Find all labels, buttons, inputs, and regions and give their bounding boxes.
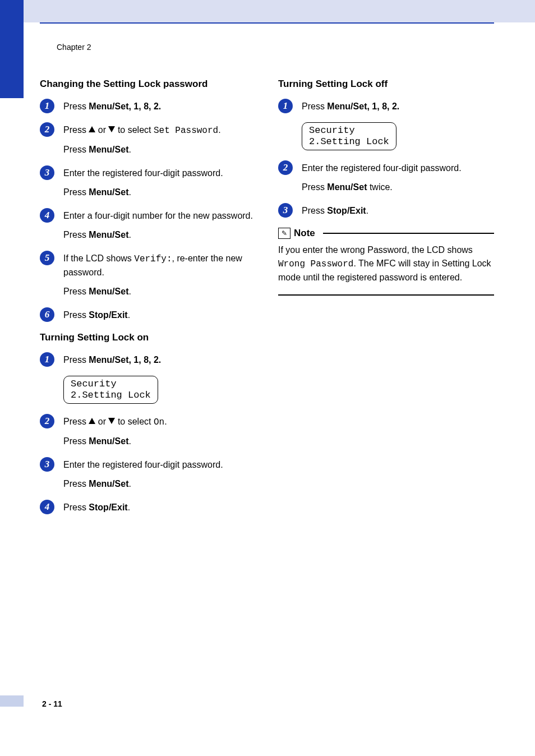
text: . [164,417,167,426]
key-label: Menu/Set [89,145,128,154]
text: Press [63,310,89,320]
step-number-icon: 4 [40,208,54,223]
text: . [128,503,130,512]
text: Enter the registered four-digit password… [63,167,256,180]
text: . [128,187,131,197]
step: 3 Enter the registered four-digit passwo… [40,167,256,199]
text: Press [63,145,89,154]
key-label: Menu/Set [89,479,128,488]
text: Press [63,187,89,197]
text: . [128,310,130,320]
text: Press [63,479,89,488]
side-band [0,0,24,98]
step: 3 Enter the registered four-digit passwo… [40,458,256,491]
note-block: ✎ Note If you enter the wrong Password, … [278,228,494,296]
text: . [128,479,131,488]
text: Press [63,102,89,111]
lcd-text: On [154,417,164,427]
step-number-icon: 2 [40,122,54,137]
key-label: Stop/Exit [89,503,127,512]
step-body: If the LCD shows Verify:, re-enter the n… [63,252,256,298]
step: 1 Press Menu/Set, 1, 8, 2. Security 2.Se… [40,353,256,405]
note-rule [323,233,494,234]
step-body: Press Menu/Set, 1, 8, 2. [63,100,256,113]
key-label: Menu/Set [327,102,367,111]
text: . [218,125,220,135]
lcd-text: Set Password [154,126,218,136]
note-body: If you enter the wrong Password, the LCD… [278,243,494,284]
step: 6 Press Stop/Exit. [40,308,256,322]
text: or [95,125,108,135]
step: 2 Press or to select On. Press Menu/Set. [40,415,256,448]
key-label: Menu/Set [89,287,128,296]
key-label: Menu/Set [89,230,128,239]
step-body: Press Menu/Set, 1, 8, 2. Security 2.Sett… [63,353,256,405]
text: Press [63,417,89,426]
section-heading: Turning Setting Lock on [40,332,256,343]
key-label: Menu/Set [327,182,367,192]
footer-band [0,695,24,707]
lcd-display: Security 2.Setting Lock [302,122,396,150]
step: 1 Press Menu/Set, 1, 8, 2. [40,100,256,113]
step: 5 If the LCD shows Verify:, re-enter the… [40,252,256,298]
step-body: Enter the registered four-digit password… [63,167,256,199]
text: Enter the registered four-digit password… [63,458,256,472]
section-heading: Changing the Setting Lock password [40,79,256,90]
text: twice. [367,182,392,192]
up-arrow-icon [89,126,95,132]
note-header: ✎ Note [278,228,494,239]
text: . [128,145,131,154]
text: If you enter the wrong Password, the LCD… [278,245,473,255]
step-body: Press Stop/Exit. [302,204,494,218]
step-number-icon: 5 [40,251,54,265]
step-body: Press or to select Set Password. Press M… [63,123,256,156]
chapter-label: Chapter 2 [57,43,91,52]
step-body: Enter the registered four-digit password… [302,162,494,194]
key-sequence: , 1, 8, 2. [367,102,399,111]
step: 2 Press or to select Set Password. Press… [40,123,256,156]
text: Press [302,182,327,192]
text: . [366,206,368,215]
key-label: Menu/Set [89,187,128,197]
page-number: 2 - 11 [42,699,62,708]
key-label: Menu/Set [89,436,128,446]
text: Enter a four-digit number for the new pa… [63,209,256,223]
header-divider [40,22,494,24]
key-label: Menu/Set [89,102,128,111]
step-body: Press or to select On. Press Menu/Set. [63,415,256,448]
key-label: Menu/Set [89,355,128,365]
step-body: Press Menu/Set, 1, 8, 2. Security 2.Sett… [302,100,494,151]
up-arrow-icon [89,418,95,424]
left-column: Changing the Setting Lock password 1 Pre… [40,73,256,524]
text: Enter the registered four-digit password… [302,162,494,175]
key-label: Stop/Exit [327,206,366,215]
step-body: Enter the registered four-digit password… [63,458,256,491]
step-number-icon: 1 [278,99,293,113]
step-number-icon: 3 [40,457,54,472]
text: or [95,417,108,426]
text: Press [63,503,89,512]
section-heading: Turning Setting Lock off [278,79,494,90]
header-band [0,0,535,22]
down-arrow-icon [108,418,115,424]
lcd-text: Wrong Password [278,259,353,269]
step-number-icon: 1 [40,352,54,367]
step-number-icon: 6 [40,307,54,322]
step-number-icon: 4 [40,500,54,514]
step-number-icon: 1 [40,99,54,113]
lcd-display: Security 2.Setting Lock [63,376,158,404]
text: Press [302,206,327,215]
step-body: Press Stop/Exit. [63,501,256,514]
key-label: Stop/Exit [89,310,127,320]
text: If the LCD shows [63,253,134,263]
text: . [128,230,131,239]
step-number-icon: 2 [40,414,54,428]
step: 3 Press Stop/Exit. [278,204,494,218]
text: to select [115,125,153,135]
step: 4 Press Stop/Exit. [40,501,256,514]
right-column: Turning Setting Lock off 1 Press Menu/Se… [278,73,494,524]
note-icon: ✎ [278,228,290,239]
step-number-icon: 3 [278,203,293,218]
lcd-text: Verify: [134,254,172,264]
key-sequence: , 1, 8, 2. [128,102,161,111]
